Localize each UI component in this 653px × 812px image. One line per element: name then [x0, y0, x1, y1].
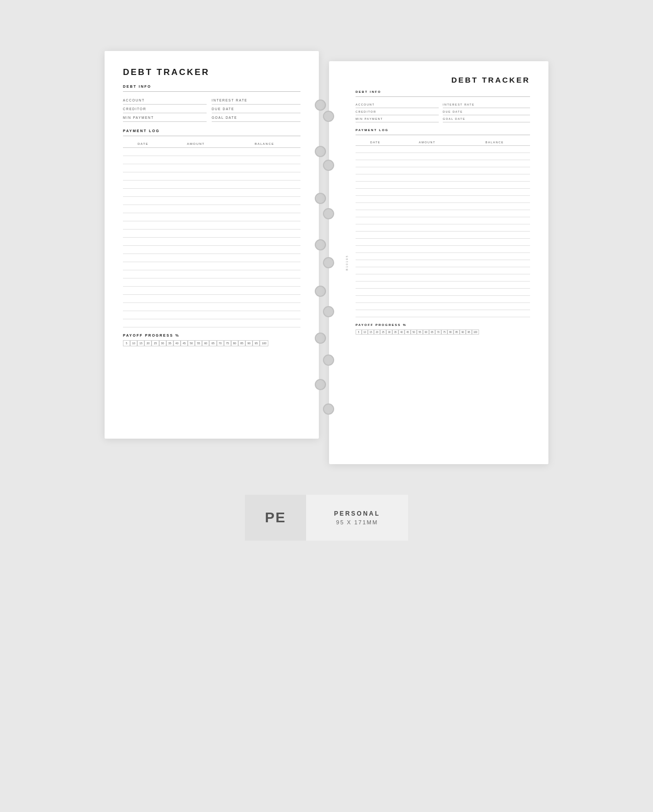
table-row: [356, 303, 530, 310]
right-divider-2: [356, 135, 530, 135]
r-prog-70: 70: [435, 329, 441, 335]
table-row: [356, 282, 530, 289]
bottom-labels: PE PERSONAL 95 X 171MM: [10, 495, 643, 541]
right-page-title: DEBT TRACKER: [356, 75, 530, 84]
pages-container: DEBT TRACKER DEBT INFO ACCOUNT INTEREST …: [10, 51, 643, 464]
table-row: [356, 260, 530, 267]
ring-r-1: [323, 111, 334, 122]
ring-r-2: [323, 160, 334, 171]
right-col-date: DATE: [356, 139, 395, 146]
table-row: [356, 189, 530, 196]
prog-65: 65: [209, 340, 216, 346]
prog-45: 45: [181, 340, 188, 346]
right-sidebar-text: B10195: [345, 255, 348, 271]
prog-60: 60: [202, 340, 209, 346]
r-prog-45: 45: [405, 329, 411, 335]
table-row: [123, 270, 300, 278]
prog-30: 30: [159, 340, 166, 346]
table-row: [356, 203, 530, 210]
ring-r-3: [323, 208, 334, 219]
prog-15: 15: [137, 340, 144, 346]
right-divider-1: [356, 96, 530, 97]
left-debt-info-grid: ACCOUNT INTEREST RATE CREDITOR DUE DATE …: [123, 96, 300, 122]
rings-right: [323, 61, 334, 464]
table-row: [123, 311, 300, 319]
prog-75: 75: [224, 340, 231, 346]
r-prog-50: 50: [411, 329, 417, 335]
table-row: [356, 232, 530, 239]
r-prog-65: 65: [429, 329, 435, 335]
right-col-amount: AMOUNT: [395, 139, 460, 146]
right-payoff-label: PAYOFF PROGRESS %: [356, 323, 530, 326]
page-left: DEBT TRACKER DEBT INFO ACCOUNT INTEREST …: [105, 51, 319, 439]
left-field-creditor: CREDITOR: [123, 105, 207, 113]
table-row: [123, 262, 300, 270]
table-row: [123, 254, 300, 262]
table-row: [356, 274, 530, 282]
right-field-goal-date: GOAL DATE: [443, 115, 530, 122]
table-row: [123, 148, 300, 156]
prog-95: 95: [253, 340, 260, 346]
table-row: [356, 296, 530, 303]
left-progress-bar-row: 5 10 15 20 25 30 35 40 45 50 55 60 65 70…: [123, 340, 300, 346]
table-row: [123, 172, 300, 181]
table-row: [123, 230, 300, 238]
prog-55: 55: [195, 340, 202, 346]
prog-90: 90: [245, 340, 253, 346]
prog-100: 100: [260, 340, 268, 346]
table-row: [356, 239, 530, 246]
table-row: [356, 182, 530, 189]
r-prog-90: 90: [460, 329, 466, 335]
right-payment-log-label: PAYMENT LOG: [356, 129, 530, 132]
table-row: [123, 295, 300, 303]
label-box-personal: PERSONAL 95 X 171MM: [306, 495, 408, 541]
r-prog-20: 20: [374, 329, 380, 335]
prog-40: 40: [173, 340, 181, 346]
prog-70: 70: [217, 340, 224, 346]
r-prog-30: 30: [386, 329, 392, 335]
table-row: [123, 287, 300, 295]
table-row: [356, 167, 530, 174]
label-personal-size: 95 X 171MM: [336, 519, 378, 525]
r-prog-75: 75: [441, 329, 447, 335]
table-row: [123, 164, 300, 172]
left-field-goal-date: GOAL DATE: [212, 113, 300, 122]
table-row: [356, 267, 530, 274]
table-row: [123, 238, 300, 246]
table-row: [356, 217, 530, 224]
left-page-title: DEBT TRACKER: [123, 67, 300, 78]
table-row: [123, 197, 300, 205]
r-prog-100: 100: [472, 329, 479, 335]
table-row: [356, 289, 530, 296]
table-row: [356, 210, 530, 217]
right-field-interest-rate: INTEREST RATE: [443, 101, 530, 108]
r-prog-60: 60: [423, 329, 429, 335]
prog-5: 5: [123, 340, 130, 346]
table-row: [356, 196, 530, 203]
label-pe-code: PE: [265, 510, 286, 526]
table-row: [356, 310, 530, 317]
right-field-due-date: DUE DATE: [443, 108, 530, 115]
left-col-date: DATE: [123, 140, 163, 148]
table-row: [356, 246, 530, 253]
r-prog-80: 80: [447, 329, 454, 335]
r-prog-85: 85: [454, 329, 460, 335]
page-right: B10195 DEBT TRACKER DEBT INFO ACCOUNT IN…: [329, 61, 548, 464]
table-row: [356, 253, 530, 260]
table-row: [123, 221, 300, 230]
table-row: [123, 213, 300, 221]
prog-35: 35: [166, 340, 173, 346]
prog-80: 80: [231, 340, 238, 346]
table-row: [123, 181, 300, 189]
prog-20: 20: [144, 340, 152, 346]
r-prog-10: 10: [362, 329, 368, 335]
ring-r-7: [323, 403, 334, 415]
r-prog-15: 15: [368, 329, 374, 335]
table-row: [356, 146, 530, 153]
prog-10: 10: [130, 340, 137, 346]
left-field-interest-rate: INTEREST RATE: [212, 96, 300, 105]
right-field-creditor: CREDITOR: [356, 108, 439, 115]
right-field-account: ACCOUNT: [356, 101, 439, 108]
table-row: [123, 319, 300, 327]
left-payment-log-label: PAYMENT LOG: [123, 129, 300, 133]
